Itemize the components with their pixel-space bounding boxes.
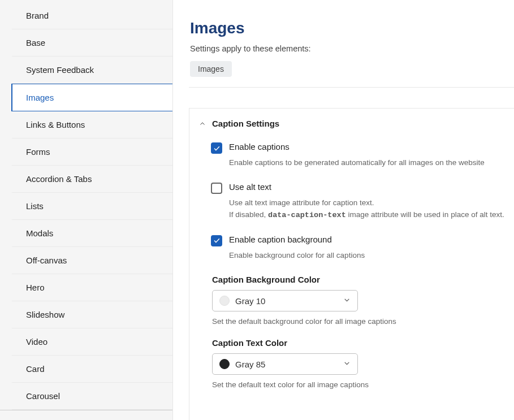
sidebar-item-lists[interactable]: Lists <box>11 193 172 220</box>
label-enable-captions: Enable captions <box>229 142 290 151</box>
desc-enable-captions: Enable captions to be generated automati… <box>229 157 514 168</box>
field-caption-text-color: Caption Text Color Gray 85 Set the defau… <box>212 338 514 389</box>
sidebar-item-modals[interactable]: Modals <box>11 220 172 247</box>
sidebar-item-carousel[interactable]: Carousel <box>11 383 172 410</box>
settings-sidebar: Brand Base System Feedback Images Links … <box>0 0 173 420</box>
help-caption-background-color: Set the default background color for all… <box>212 317 514 326</box>
label-caption-background-color: Caption Background Color <box>212 275 514 284</box>
element-chip-images[interactable]: Images <box>190 61 232 77</box>
chevron-down-icon <box>343 296 351 306</box>
chevron-up-icon <box>198 120 206 128</box>
label-caption-text-color: Caption Text Color <box>212 338 514 348</box>
desc-use-alt-text-prefix: If disabled, <box>229 210 268 219</box>
select-value-bg-color: Gray 10 <box>235 296 265 306</box>
desc-use-alt-text-suffix: image attribute will be used in place of… <box>346 210 504 219</box>
sidebar-item-forms[interactable]: Forms <box>11 138 172 166</box>
select-value-text-color: Gray 85 <box>235 360 265 369</box>
main-content: Images Settings apply to these elements:… <box>173 0 514 420</box>
desc-use-alt-text: Use alt text image attribute for caption… <box>229 197 514 221</box>
setting-use-alt-text: Use alt text Use alt text image attribut… <box>211 182 514 221</box>
sidebar-item-base[interactable]: Base <box>11 29 172 57</box>
sidebar-item-links-buttons[interactable]: Links & Buttons <box>11 111 172 138</box>
color-swatch-icon <box>219 359 230 369</box>
setting-enable-caption-background: Enable caption background Enable backgro… <box>211 235 514 261</box>
caption-settings-panel: Caption Settings Enable captions Enable … <box>189 108 514 420</box>
sidebar-item-system-feedback[interactable]: System Feedback <box>11 57 172 84</box>
checkbox-enable-caption-background[interactable] <box>211 235 222 246</box>
sidebar-item-hero[interactable]: Hero <box>11 274 172 301</box>
label-use-alt-text: Use alt text <box>229 182 271 192</box>
checkbox-use-alt-text[interactable] <box>211 183 222 194</box>
setting-enable-captions: Enable captions Enable captions to be ge… <box>211 142 514 168</box>
desc-enable-caption-background: Enable background color for all captions <box>229 250 514 261</box>
sidebar-item-card[interactable]: Card <box>11 356 172 383</box>
color-swatch-icon <box>219 296 230 306</box>
sidebar-item-accordion-tabs[interactable]: Accordion & Tabs <box>11 166 172 193</box>
help-caption-text-color: Set the default text color for all image… <box>212 380 514 389</box>
chevron-down-icon <box>343 359 351 369</box>
field-caption-background-color: Caption Background Color Gray 10 Set the… <box>212 275 514 326</box>
label-enable-caption-background: Enable caption background <box>229 235 332 244</box>
sidebar-item-slideshow[interactable]: Slideshow <box>11 301 172 328</box>
sidebar-item-brand[interactable]: Brand <box>11 2 172 29</box>
page-title: Images <box>190 19 514 37</box>
panel-title: Caption Settings <box>212 119 279 128</box>
desc-use-alt-text-line1: Use alt text image attribute for caption… <box>229 198 374 207</box>
sidebar-item-video[interactable]: Video <box>11 328 172 356</box>
select-caption-text-color[interactable]: Gray 85 <box>212 353 358 375</box>
sidebar-item-off-canvas[interactable]: Off-canvas <box>11 247 172 274</box>
desc-use-alt-text-code: data-caption-text <box>268 211 346 219</box>
panel-toggle-caption-settings[interactable]: Caption Settings <box>189 119 514 136</box>
checkbox-enable-captions[interactable] <box>211 142 222 154</box>
page-header: Images Settings apply to these elements:… <box>189 19 514 88</box>
page-subtitle: Settings apply to these elements: <box>190 44 514 53</box>
select-caption-background-color[interactable]: Gray 10 <box>212 290 358 311</box>
sidebar-item-images[interactable]: Images <box>11 84 172 111</box>
